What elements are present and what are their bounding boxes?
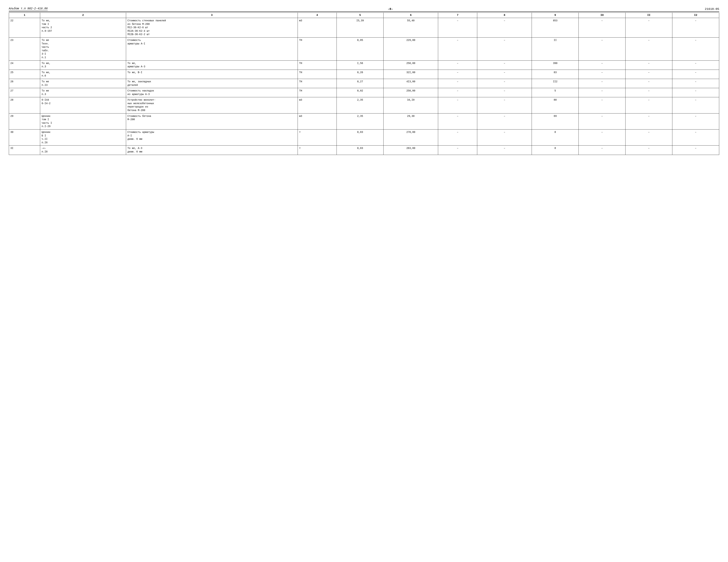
col-header-9: 9: [532, 13, 579, 18]
cell-r8-c4: 0,03: [337, 129, 384, 145]
cell-r0-c11: –: [672, 18, 719, 38]
cell-r6-c5: 34,I0: [384, 97, 438, 113]
cell-r6-c1: 6-I44 6-I4-2: [40, 97, 126, 113]
cell-r0-c6: –: [438, 18, 477, 38]
cell-r8-c2: Стоимость арматуры А-I диам. 6 мм: [126, 129, 298, 145]
cell-r7-c2: Стоимость бетона М-200: [126, 113, 298, 129]
cell-r0-c10: –: [626, 18, 672, 38]
cell-r7-c3: м3: [298, 113, 337, 129]
cell-r6-c7: –: [477, 97, 532, 113]
cell-r8-c9: –: [579, 129, 626, 145]
cell-r1-c5: 229,00: [384, 37, 438, 60]
cell-r3-c9: –: [579, 70, 626, 79]
cell-r8-c11: –: [672, 129, 719, 145]
page-header: Альбом т.п 902-2-416.86 -8- 21618-05: [9, 7, 719, 12]
cell-r6-c2: Устройство монолит- ных железобетонных п…: [126, 97, 298, 113]
cell-r8-c5: 270,00: [384, 129, 438, 145]
cell-r7-c10: –: [626, 113, 672, 129]
cell-r1-c11: –: [672, 37, 719, 60]
table-row: 286-I44 6-I4-2Устройство монолит- ных же…: [9, 97, 719, 113]
cell-r5-c9: –: [579, 88, 626, 97]
cell-r4-c6: –: [438, 79, 477, 88]
cell-r9-c8: 8: [532, 145, 579, 155]
col-header-2: 2: [40, 13, 126, 18]
cell-r5-c1: То же п.3: [40, 88, 126, 97]
cell-r1-c9: –: [579, 37, 626, 60]
table-row: 3I–«– п.I8То же, А-3 диам. 6 ммт0,03283,…: [9, 145, 719, 155]
cell-r6-c10: –: [626, 97, 672, 113]
col-header-7: 7: [438, 13, 477, 18]
col-header-5: 5: [337, 13, 384, 18]
cell-r1-c4: 0,05: [337, 37, 384, 60]
cell-r6-c9: –: [579, 97, 626, 113]
cell-r4-c9: –: [579, 79, 626, 88]
cell-r4-c10: –: [626, 79, 672, 88]
cell-r1-c8: II: [532, 37, 579, 60]
cell-r2-c0: 24: [9, 60, 40, 70]
cell-r1-c10: –: [626, 37, 672, 60]
cell-r7-c1: Ценник том I часть I п.I-29: [40, 113, 126, 129]
cell-r8-c0: 30: [9, 129, 40, 145]
col-header-4: 4: [298, 13, 337, 18]
cell-r1-c0: 23: [9, 37, 40, 60]
cell-r4-c2: То же, закладных деталей: [126, 79, 298, 88]
cell-r3-c0: 25: [9, 70, 40, 79]
cell-r1-c6: –: [438, 37, 477, 60]
cell-r0-c7: –: [477, 18, 532, 38]
cell-r3-c7: –: [477, 70, 532, 79]
col-header-3: 3: [126, 13, 298, 18]
cell-r2-c5: 250,00: [384, 60, 438, 70]
cell-r4-c1: То же п.I3: [40, 79, 126, 88]
cell-r6-c11: –: [672, 97, 719, 113]
cell-r9-c3: т: [298, 145, 337, 155]
cell-r6-c3: м3: [298, 97, 337, 113]
main-table: 1 2 3 4 5 6 7 8 9 IO II I2 22То же, том …: [9, 13, 719, 155]
cell-r7-c6: –: [438, 113, 477, 129]
cell-r4-c8: II2: [532, 79, 579, 88]
col-header-12: I2: [672, 13, 719, 18]
table-row: 22То же, том I часть 2 п.9-197Стоимость …: [9, 18, 719, 38]
cell-r5-c6: –: [438, 88, 477, 97]
cell-r2-c7: –: [477, 60, 532, 70]
cell-r0-c5: 55,40: [384, 18, 438, 38]
cell-r5-c2: Стоимость накладок из арматуры А-3: [126, 88, 298, 97]
cell-r3-c6: –: [438, 70, 477, 79]
cell-r9-c4: 0,03: [337, 145, 384, 155]
cell-r9-c7: –: [477, 145, 532, 155]
album-title: Альбом т.п 902-2-416.86: [9, 7, 48, 11]
cell-r1-c2: Стоимость арматуры А-I: [126, 37, 298, 60]
cell-r5-c5: 250,00: [384, 88, 438, 97]
cell-r9-c1: –«– п.I8: [40, 145, 126, 155]
cell-r3-c3: ТН: [298, 70, 337, 79]
cell-r2-c1: То же, п.3: [40, 60, 126, 70]
cell-r7-c5: 29,30: [384, 113, 438, 129]
cell-r9-c9: –: [579, 145, 626, 155]
cell-r6-c4: 2,35: [337, 97, 384, 113]
cell-r8-c6: –: [438, 129, 477, 145]
cell-r9-c5: 283,00: [384, 145, 438, 155]
cell-r9-c6: –: [438, 145, 477, 155]
cell-r2-c4: I,56: [337, 60, 384, 70]
cell-r2-c11: –: [672, 60, 719, 70]
cell-r1-c1: То же Техн. часть табл. 3-I п.1: [40, 37, 126, 60]
cell-r7-c7: –: [477, 113, 532, 129]
cell-r4-c3: ТН: [298, 79, 337, 88]
page-number: -8-: [388, 7, 393, 11]
cell-r5-c0: 27: [9, 88, 40, 97]
table-row: 26То же п.I3То же, закладных деталейТН0,…: [9, 79, 719, 88]
cell-r9-c2: То же, А-3 диам. 6 мм: [126, 145, 298, 155]
cell-r5-c7: –: [477, 88, 532, 97]
cell-r4-c11: –: [672, 79, 719, 88]
col-header-10: IO: [579, 13, 626, 18]
cell-r7-c4: 2,35: [337, 113, 384, 129]
cell-r4-c7: –: [477, 79, 532, 88]
cell-r8-c7: –: [477, 129, 532, 145]
cell-r1-c3: ТН: [298, 37, 337, 60]
cell-r3-c10: –: [626, 70, 672, 79]
table-row: 29Ценник том I часть I п.I-29Стоимость б…: [9, 113, 719, 129]
col-header-11: II: [626, 13, 672, 18]
cell-r6-c6: –: [438, 97, 477, 113]
cell-r3-c5: 32I,00: [384, 70, 438, 79]
table-row: 25То же, п.6То же, В-IТН0,2632I,00––83––…: [9, 70, 719, 79]
cell-r4-c0: 26: [9, 79, 40, 88]
